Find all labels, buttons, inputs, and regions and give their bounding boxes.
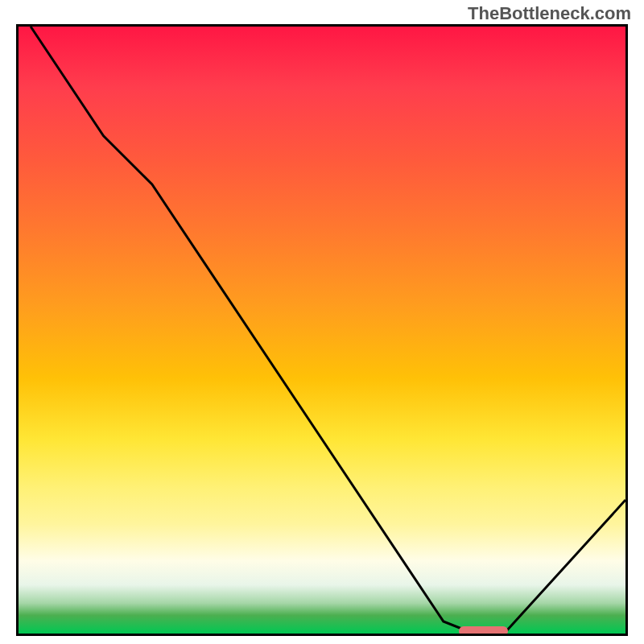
plot-frame (16, 24, 628, 636)
curve-path (31, 27, 625, 634)
watermark-text: TheBottleneck.com (468, 3, 631, 24)
curve-svg (19, 27, 625, 634)
chart-container: TheBottleneck.com (0, 0, 644, 644)
optimum-marker (459, 626, 508, 636)
